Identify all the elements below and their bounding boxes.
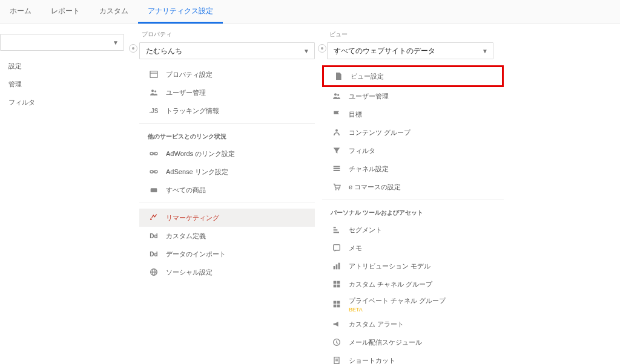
- js-icon: .JS: [148, 105, 160, 117]
- account-settings[interactable]: 設定: [0, 57, 133, 75]
- users-icon: [331, 90, 343, 102]
- view-channel-settings[interactable]: チャネル設定: [322, 160, 504, 178]
- products-icon: [148, 184, 160, 196]
- custom-definitions[interactable]: Ddカスタム定義: [139, 227, 315, 245]
- adwords-link[interactable]: AdWords のリンク設定: [139, 145, 315, 163]
- doc-icon: [331, 354, 343, 364]
- view-goals[interactable]: 目標: [322, 105, 504, 123]
- view-mail-schedule[interactable]: メール配信スケジュール: [322, 333, 504, 351]
- megaphone-icon: [331, 318, 343, 330]
- account-user-mgmt[interactable]: 管理: [0, 75, 133, 93]
- view-ecommerce[interactable]: e コマースの設定: [322, 178, 504, 196]
- view-settings[interactable]: ビュー設定: [322, 65, 504, 87]
- connector-icon: [127, 42, 139, 54]
- property-selector[interactable]: たむらんち ▼: [139, 42, 315, 59]
- nav-report[interactable]: レポート: [41, 0, 90, 24]
- browser-icon: [148, 68, 160, 80]
- property-tracking[interactable]: .JSトラッキング情報: [139, 102, 315, 120]
- view-filters[interactable]: フィルタ: [322, 141, 504, 160]
- view-attribution[interactable]: アトリビューション モデル: [322, 257, 504, 275]
- dd-icon: Dd: [148, 230, 160, 242]
- view-segments[interactable]: セグメント: [322, 221, 504, 239]
- nav-analytics-settings[interactable]: アナリティクス設定: [138, 0, 223, 24]
- caret-icon: ▼: [482, 48, 488, 54]
- property-column: プロパティ たむらんち ▼ プロパティ設定 ユーザー管理 .JSトラッキング情報…: [133, 24, 321, 364]
- view-menu: ビュー設定 ユーザー管理 目標 コンテンツ グループ フィルタ チャネル設定 e…: [322, 65, 504, 364]
- memo-icon: [331, 242, 343, 254]
- view-custom-alerts[interactable]: カスタム アラート: [322, 315, 504, 333]
- view-private-channel[interactable]: プライベート チャネル グループBETA: [322, 293, 504, 315]
- account-column: ▼ 設定 管理 フィルタ: [0, 24, 133, 364]
- clock-icon: [331, 336, 343, 348]
- data-import[interactable]: Ddデータのインポート: [139, 245, 315, 263]
- globe-icon: [148, 266, 160, 278]
- property-label: プロパティ: [133, 24, 321, 42]
- adsense-link[interactable]: AdSense リンク設定: [139, 163, 315, 181]
- link-icon: [148, 148, 160, 160]
- remarketing[interactable]: リマーケティング: [139, 209, 315, 227]
- property-selector-value: たむらんち: [146, 46, 182, 56]
- view-user-mgmt[interactable]: ユーザー管理: [322, 87, 504, 105]
- bars-icon: [331, 260, 343, 272]
- nav-home[interactable]: ホーム: [0, 0, 41, 24]
- page-icon: [332, 70, 345, 82]
- property-menu: プロパティ設定 ユーザー管理 .JSトラッキング情報 他のサービスとのリンク状況…: [139, 65, 315, 281]
- beta-badge: BETA: [349, 307, 446, 313]
- view-column: ビュー すべてのウェブサイトのデータ ▼ ビュー設定 ユーザー管理 目標 コンテ…: [321, 24, 527, 364]
- segment-icon: [331, 224, 343, 236]
- all-products[interactable]: すべての商品: [139, 181, 315, 199]
- view-label: ビュー: [321, 24, 527, 42]
- connector-icon: [316, 42, 328, 54]
- view-section-header: パーソナル ツールおよびアセット: [322, 200, 504, 221]
- content-icon: [331, 126, 343, 138]
- caret-icon: ▼: [113, 39, 119, 46]
- account-label: [0, 24, 133, 34]
- filter-icon: [331, 145, 343, 157]
- account-filters[interactable]: フィルタ: [0, 93, 133, 111]
- social-settings[interactable]: ソーシャル設定: [139, 263, 315, 281]
- remarketing-icon: [148, 212, 160, 224]
- view-selector-value: すべてのウェブサイトのデータ: [334, 46, 435, 56]
- view-selector[interactable]: すべてのウェブサイトのデータ ▼: [327, 42, 493, 59]
- cart-icon: [331, 181, 343, 193]
- caret-icon: ▼: [303, 48, 309, 54]
- nav-custom[interactable]: カスタム: [90, 0, 138, 24]
- view-content-group[interactable]: コンテンツ グループ: [322, 123, 504, 141]
- users-icon: [148, 86, 160, 99]
- dd-icon: Dd: [148, 248, 160, 260]
- grid-icon: [331, 278, 343, 290]
- account-menu: 設定 管理 フィルタ: [0, 57, 133, 111]
- flag-icon: [331, 108, 343, 120]
- grid-icon: [331, 298, 343, 310]
- link-icon: [148, 166, 160, 178]
- property-user-mgmt[interactable]: ユーザー管理: [139, 83, 315, 102]
- admin-columns: ▼ 設定 管理 フィルタ プロパティ たむらんち ▼ プロパティ設定 ユーザー管…: [0, 24, 620, 364]
- account-selector[interactable]: ▼: [0, 34, 124, 51]
- view-shortcut[interactable]: ショートカット: [322, 351, 504, 364]
- view-custom-channel[interactable]: カスタム チャネル グループ: [322, 275, 504, 293]
- property-settings[interactable]: プロパティ設定: [139, 65, 315, 83]
- channel-icon: [331, 163, 343, 175]
- top-nav: ホーム レポート カスタム アナリティクス設定: [0, 0, 620, 24]
- property-section-header: 他のサービスとのリンク状況: [139, 123, 315, 145]
- view-notes[interactable]: メモ: [322, 239, 504, 257]
